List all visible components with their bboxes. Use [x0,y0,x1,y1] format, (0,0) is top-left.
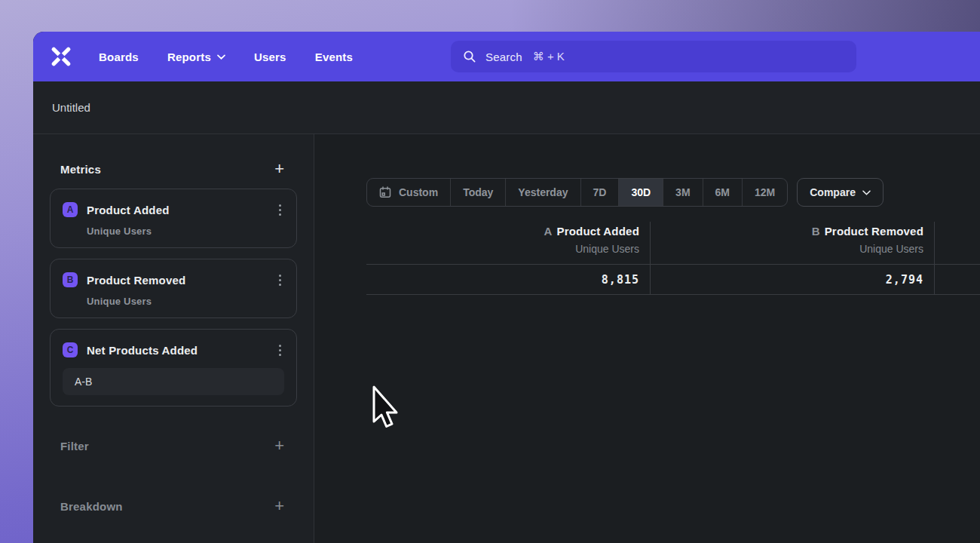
series-letter: A [544,225,553,238]
range-7d[interactable]: 7D [580,179,619,206]
section-label: Filter [60,440,89,452]
metric-card-head: CNet Products Added [63,341,284,359]
sidebar-section-breakdown: Breakdown+ [50,497,297,515]
sidebar-section-filter: Filter+ [50,437,297,455]
range-label: 7D [593,186,607,198]
search-placeholder: Search [485,51,522,63]
add-metric-button[interactable]: + [274,161,284,176]
nav-item-label: Boards [99,51,139,63]
chevron-down-icon [217,54,225,60]
metric-card-head: BProduct Removed [63,271,284,289]
metric-card-list: AProduct AddedUnique UsersBProduct Remov… [50,189,297,406]
range-3m[interactable]: 3M [663,179,702,206]
results-table-row: 8,8152,794 [366,265,980,295]
range-label: Yesterday [518,186,568,198]
series-badge: A [63,202,78,217]
metric-card-b[interactable]: BProduct RemovedUnique Users [50,259,297,318]
range-label: 3M [675,186,690,198]
table-value-a[interactable]: 8,815 [366,265,651,294]
metric-name: Product Added [87,204,276,216]
column-measure: Unique Users [651,243,923,255]
metric-measure[interactable]: Unique Users [87,296,284,307]
compare-label: Compare [810,186,856,198]
kebab-menu-icon[interactable] [276,273,284,287]
table-row-filler [935,265,980,294]
search-input[interactable]: Search ⌘ + K [451,41,856,72]
report-title[interactable]: Untitled [52,101,90,114]
date-toolbar: CustomTodayYesterday7D30D3M6M12M Compare [366,178,980,207]
kebab-menu-icon[interactable] [276,343,284,357]
results-table: AProduct AddedUnique UsersBProduct Remov… [366,222,980,295]
metrics-header: Metrics + [50,160,297,178]
range-label: 30D [631,186,651,198]
range-label: 6M [715,186,730,198]
range-label: Custom [399,186,438,198]
chevron-down-icon [862,190,871,195]
compare-button[interactable]: Compare [797,178,884,207]
series-badge: B [63,272,78,287]
nav-item-events[interactable]: Events [315,51,353,63]
metric-name: Product Removed [87,274,276,287]
nav-item-label: Events [315,51,353,63]
metric-card-head: AProduct Added [63,201,284,219]
range-label: Today [463,186,493,198]
column-name: Product Added [556,225,639,238]
date-range-control: CustomTodayYesterday7D30D3M6M12M [366,178,788,207]
range-label: 12M [755,186,775,198]
app-window: BoardsReportsUsersEvents Search ⌘ + K Un… [33,32,980,543]
calendar-icon [379,186,391,198]
metric-card-a[interactable]: AProduct AddedUnique Users [50,189,297,248]
table-header-title: BProduct Removed [651,225,923,238]
add-breakdown-button[interactable]: + [274,499,284,514]
metrics-title: Metrics [60,163,101,176]
nav-item-users[interactable]: Users [254,51,286,63]
search-shortcut: ⌘ + K [533,50,565,63]
add-filter-button[interactable]: + [274,438,284,453]
report-main: CustomTodayYesterday7D30D3M6M12M Compare… [314,134,980,543]
column-measure: Unique Users [366,243,639,255]
desktop: { "brand": { "name": "mixpanel" }, "nav"… [0,0,980,543]
table-header-filler [935,222,980,264]
range-yesterday[interactable]: Yesterday [505,179,580,206]
nav-item-label: Users [254,51,286,63]
metric-measure[interactable]: Unique Users [87,225,284,237]
table-header-title: AProduct Added [366,225,639,238]
top-navbar: BoardsReportsUsersEvents Search ⌘ + K [33,32,980,81]
formula-input[interactable]: A-B [63,368,284,395]
nav-item-reports[interactable]: Reports [167,51,225,63]
series-badge: C [63,342,78,357]
nav-item-label: Reports [167,51,211,63]
range-6m[interactable]: 6M [703,179,742,206]
kebab-menu-icon[interactable] [276,203,284,217]
nav-links: BoardsReportsUsersEvents [99,51,353,63]
content-area: Metrics + AProduct AddedUnique UsersBPro… [33,134,980,543]
search-icon [463,50,476,63]
table-value-b[interactable]: 2,794 [651,265,935,294]
query-sidebar: Metrics + AProduct AddedUnique UsersBPro… [33,134,314,543]
range-custom[interactable]: Custom [367,179,450,206]
section-label: Breakdown [60,500,123,513]
table-header-b: BProduct RemovedUnique Users [651,222,935,264]
sidebar-sections: Filter+Breakdown+ [50,437,297,515]
nav-item-boards[interactable]: Boards [99,51,139,63]
range-30d[interactable]: 30D [618,179,663,206]
range-12m[interactable]: 12M [742,179,787,206]
metric-name: Net Products Added [87,344,276,357]
results-table-header: AProduct AddedUnique UsersBProduct Remov… [366,222,980,265]
table-header-a: AProduct AddedUnique Users [366,222,651,264]
column-name: Product Removed [825,225,923,238]
range-today[interactable]: Today [450,179,505,206]
report-header: Untitled [33,81,980,134]
mixpanel-logo-icon[interactable] [51,47,71,66]
metric-card-c[interactable]: CNet Products AddedA-B [50,329,297,406]
series-letter: B [812,225,820,238]
